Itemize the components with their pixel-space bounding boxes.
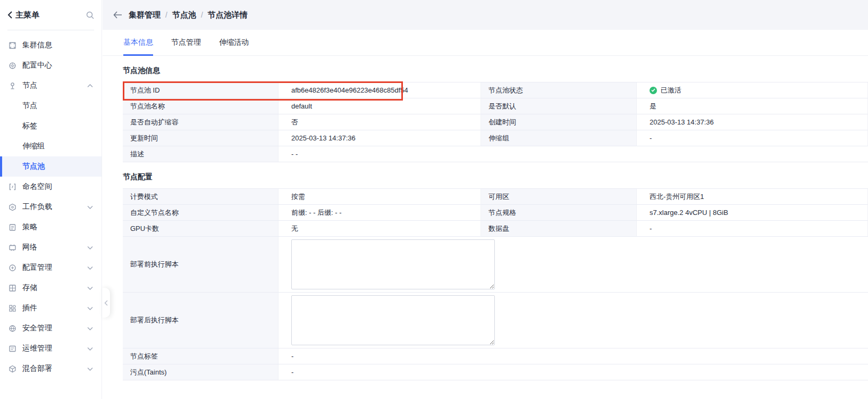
sidebar-item-label: 节点 — [22, 81, 37, 90]
tab-scaling-activity[interactable]: 伸缩活动 — [219, 38, 249, 56]
breadcrumb-bar: 集群管理 / 节点池 / 节点池详情 — [103, 0, 868, 30]
detail-card: 基本信息 节点管理 伸缩活动 节点池信息 节点池 ID afb6e4826f3e… — [103, 30, 868, 399]
chevron-down-icon — [87, 327, 93, 330]
sidebar-item-namespace[interactable]: 命名空间 — [0, 177, 102, 197]
sidebar-item-label: 伸缩组 — [22, 142, 45, 151]
scaling-group-value: - — [637, 130, 868, 146]
policy-icon — [9, 223, 16, 231]
sidebar-collapse-handle[interactable] — [102, 288, 110, 318]
billing-mode-value: 按需 — [279, 189, 481, 205]
section-node-config: 节点配置 计费模式 按需 可用区 西北-贵州可用区1 自定义节点名称 前缀: -… — [103, 172, 868, 380]
data-disk-value: - — [637, 221, 868, 237]
gpu-count-value: 无 — [279, 221, 481, 237]
sidebar-item-security[interactable]: 安全管理 — [0, 318, 102, 338]
sidebar-item-label: 集群信息 — [22, 40, 52, 50]
chevron-down-icon — [87, 246, 93, 250]
back-arrow-icon[interactable] — [113, 11, 122, 19]
node-pool-id-value: afb6e4826f3e404e96223e468c85df54 — [279, 82, 481, 98]
pre-install-script-textarea[interactable] — [291, 239, 495, 289]
pre-install-script-cell — [279, 237, 868, 293]
sidebar-item-hybrid[interactable]: 混合部署 — [0, 359, 102, 379]
sidebar-item-scaling-group[interactable]: 伸缩组 — [0, 136, 102, 156]
breadcrumb-current: 节点池详情 — [208, 10, 248, 20]
sidebar-item-labels[interactable]: 标签 — [0, 116, 102, 136]
section-node-pool-info: 节点池信息 节点池 ID afb6e4826f3e404e96223e468c8… — [103, 66, 868, 162]
back-chevron-icon[interactable] — [7, 11, 12, 19]
chevron-down-icon — [87, 306, 93, 310]
breadcrumb-cluster-mgmt[interactable]: 集群管理 — [129, 10, 161, 20]
config-mgmt-icon — [9, 264, 16, 272]
sidebar-item-addons[interactable]: 插件 — [0, 298, 102, 318]
sidebar-item-label: 运维管理 — [22, 344, 52, 353]
field-label: 数据盘 — [481, 221, 637, 237]
field-label: 更新时间 — [123, 130, 279, 146]
section-title: 节点池信息 — [123, 66, 868, 76]
node-pool-status-value: 已激活 — [637, 82, 868, 98]
field-label: 部署后执行脚本 — [123, 293, 279, 348]
sidebar-item-label: 工作负载 — [22, 202, 52, 212]
field-label: 创建时间 — [481, 114, 637, 130]
search-icon[interactable] — [86, 11, 94, 19]
cluster-info-icon — [9, 41, 16, 49]
is-default-value: 是 — [637, 98, 868, 114]
breadcrumb-separator: / — [165, 11, 167, 19]
node-flavor-value: s7.xlarge.2 4vCPU | 8GiB — [637, 205, 868, 221]
autoscale-value: 否 — [279, 114, 481, 130]
sidebar-title: 主菜单 — [15, 10, 86, 20]
sidebar-item-workload[interactable]: 工作负载 — [0, 197, 102, 217]
updated-time-value: 2025-03-13 14:37:36 — [279, 130, 481, 146]
config-center-icon — [9, 62, 16, 70]
storage-icon — [9, 284, 16, 292]
post-install-script-cell — [279, 293, 868, 348]
chevron-up-icon — [87, 84, 93, 88]
main-content: 集群管理 / 节点池 / 节点池详情 基本信息 节点管理 伸缩活动 节点池信息 … — [103, 0, 868, 399]
field-label: 污点(Taints) — [123, 364, 279, 380]
post-install-script-textarea[interactable] — [291, 295, 495, 345]
node-icon — [9, 82, 16, 90]
node-pool-name-value: default — [279, 98, 481, 114]
chevron-down-icon — [87, 205, 93, 209]
sidebar-item-config-center[interactable]: 配置中心 — [0, 55, 102, 76]
network-icon — [9, 244, 16, 252]
node-config-table: 计费模式 按需 可用区 西北-贵州可用区1 自定义节点名称 前缀: - - 后缀… — [123, 188, 868, 380]
sidebar-item-node-sub[interactable]: 节点 — [0, 96, 102, 116]
field-label: 节点标签 — [123, 348, 279, 364]
sidebar-item-storage[interactable]: 存储 — [0, 278, 102, 298]
chevron-down-icon — [87, 266, 93, 270]
status-success-icon — [650, 87, 657, 94]
sidebar-item-label: 插件 — [22, 303, 37, 313]
sidebar-item-config-mgmt[interactable]: 配置管理 — [0, 257, 102, 278]
chevron-down-icon — [87, 367, 93, 371]
created-time-value: 2025-03-13 14:37:36 — [637, 114, 868, 130]
sidebar-item-label: 节点 — [22, 101, 37, 111]
sidebar-item-ops[interactable]: 运维管理 — [0, 338, 102, 359]
status-text: 已激活 — [661, 86, 681, 95]
sidebar-item-cluster-info[interactable]: 集群信息 — [0, 35, 102, 55]
field-label: GPU卡数 — [123, 221, 279, 237]
workload-icon — [9, 203, 16, 211]
sidebar-item-label: 配置管理 — [22, 263, 52, 272]
breadcrumb-node-pool[interactable]: 节点池 — [172, 10, 196, 20]
sidebar-item-label: 存储 — [22, 283, 37, 293]
node-labels-value: - — [279, 348, 868, 364]
sidebar-item-node-pool[interactable]: 节点池 — [0, 156, 102, 177]
sidebar-item-policy[interactable]: 策略 — [0, 217, 102, 237]
field-label: 描述 — [123, 146, 279, 162]
chevron-down-icon — [87, 347, 93, 351]
custom-node-name-value: 前缀: - - 后缀: - - — [279, 205, 481, 221]
sidebar-item-label: 配置中心 — [22, 61, 52, 70]
field-label: 计费模式 — [123, 189, 279, 205]
addon-icon — [9, 304, 16, 312]
field-label: 节点池 ID — [123, 82, 279, 98]
sidebar-item-node[interactable]: 节点 — [0, 76, 102, 96]
tab-node-management[interactable]: 节点管理 — [171, 38, 201, 56]
tab-basic-info[interactable]: 基本信息 — [123, 38, 153, 56]
sidebar-item-label: 标签 — [22, 121, 37, 131]
sidebar-item-network[interactable]: 网络 — [0, 237, 102, 257]
sidebar-menu: 集群信息 配置中心 节点 节点 标签 伸缩组 节点池 命名空间 — [0, 30, 102, 379]
sidebar-item-label: 策略 — [22, 222, 37, 232]
description-value: - - — [279, 146, 868, 162]
sidebar-item-label: 安全管理 — [22, 323, 52, 333]
breadcrumb-separator: / — [201, 11, 203, 19]
node-pool-info-table: 节点池 ID afb6e4826f3e404e96223e468c85df54 … — [123, 82, 868, 162]
